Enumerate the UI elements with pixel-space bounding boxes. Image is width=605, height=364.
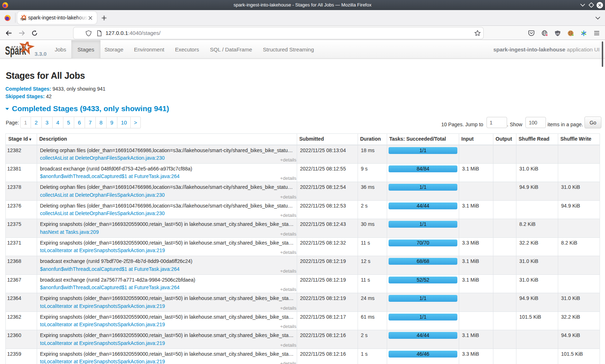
svg-text:u0: u0 bbox=[556, 32, 559, 35]
svg-text:Spark: Spark bbox=[21, 17, 27, 21]
